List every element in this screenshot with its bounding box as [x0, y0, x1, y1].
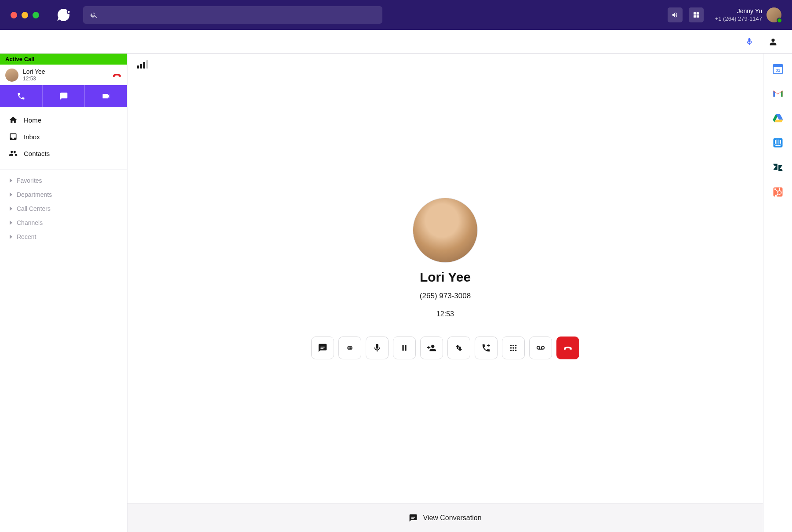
view-conversation-label: View Conversation	[423, 514, 481, 522]
section-call-centers[interactable]: Call Centers	[0, 202, 127, 216]
phone-icon	[17, 92, 25, 101]
pause-icon	[400, 343, 409, 353]
sidebar: Active Call Lori Yee 12:53 Home	[0, 54, 127, 532]
caret-right-icon	[10, 221, 12, 225]
add-participant-button[interactable]	[420, 337, 443, 359]
inbox-icon	[9, 132, 18, 141]
active-call-banner: Active Call	[0, 54, 127, 65]
current-user[interactable]: Jenny Yu +1 (264) 279-1147	[715, 7, 781, 22]
search-bar[interactable]	[83, 6, 382, 24]
call-controls	[311, 337, 579, 359]
gmail-icon	[772, 87, 784, 100]
nav-inbox[interactable]: Inbox	[0, 128, 127, 145]
search-input[interactable]	[102, 11, 375, 19]
svg-point-31	[778, 188, 780, 189]
app-window: Jenny Yu +1 (264) 279-1147 Active Call	[0, 0, 792, 532]
section-favorites[interactable]: Favorites	[0, 174, 127, 188]
section-recent[interactable]: Recent	[0, 230, 127, 244]
svg-point-33	[774, 188, 776, 190]
svg-point-14	[510, 347, 512, 349]
search-icon	[90, 11, 98, 19]
mute-button[interactable]	[366, 337, 389, 359]
record-button[interactable]	[338, 337, 361, 359]
transfer-icon	[454, 343, 464, 353]
profile-button[interactable]	[767, 35, 780, 48]
chat-button[interactable]	[311, 337, 334, 359]
titlebar: Jenny Yu +1 (264) 279-1147	[0, 0, 792, 30]
nav-home-label: Home	[24, 116, 41, 124]
caret-right-icon	[10, 192, 12, 197]
dialpad-button[interactable]	[502, 337, 525, 359]
active-call-card[interactable]: Lori Yee 12:53	[0, 65, 127, 85]
voicemail-button[interactable]	[529, 337, 552, 359]
svg-rect-2	[696, 12, 698, 14]
integration-google-drive[interactable]	[771, 112, 785, 125]
new-message-button[interactable]	[42, 85, 85, 107]
svg-point-11	[510, 344, 512, 346]
integrations-rail: 31	[763, 54, 792, 532]
section-departments[interactable]: Departments	[0, 188, 127, 202]
nav-contacts-label: Contacts	[24, 150, 50, 157]
new-call-button[interactable]	[0, 85, 42, 107]
svg-point-16	[515, 347, 517, 349]
zendesk-icon	[772, 161, 784, 174]
contacts-icon	[9, 149, 18, 158]
chat-icon	[318, 343, 327, 353]
integration-intercom[interactable]	[771, 136, 785, 149]
hold-button[interactable]	[393, 337, 416, 359]
section-channels[interactable]: Channels	[0, 216, 127, 230]
svg-rect-4	[696, 15, 698, 18]
message-icon	[59, 92, 68, 101]
sidebar-action-row	[0, 85, 127, 107]
svg-rect-21	[773, 65, 782, 67]
window-maximize[interactable]	[33, 12, 39, 18]
hangup-icon	[563, 343, 573, 353]
svg-point-13	[515, 344, 517, 346]
svg-point-6	[348, 347, 349, 348]
signal-strength-icon	[137, 60, 148, 69]
view-conversation-bar[interactable]: View Conversation	[127, 503, 763, 532]
active-call-timer: 12:53	[23, 76, 108, 82]
svg-text:31: 31	[775, 68, 780, 72]
integration-hubspot[interactable]	[771, 185, 785, 199]
current-user-name: Jenny Yu	[737, 7, 762, 15]
person-add-icon	[427, 343, 436, 353]
integration-gmail[interactable]	[771, 87, 785, 100]
chat-icon	[409, 514, 418, 522]
apps-button[interactable]	[689, 7, 704, 22]
hubspot-icon	[772, 186, 784, 198]
svg-rect-23	[773, 138, 782, 148]
svg-point-18	[512, 349, 514, 351]
svg-point-15	[512, 347, 514, 349]
header-right: Jenny Yu +1 (264) 279-1147	[668, 7, 781, 22]
park-call-button[interactable]	[475, 337, 498, 359]
svg-point-7	[349, 347, 351, 348]
new-meeting-button[interactable]	[84, 85, 127, 107]
end-call-button[interactable]	[556, 337, 579, 359]
announcements-button[interactable]	[668, 7, 683, 22]
window-close[interactable]	[11, 12, 17, 18]
caller-avatar	[413, 198, 478, 263]
voicemail-icon	[536, 343, 545, 353]
nav-contacts[interactable]: Contacts	[0, 145, 127, 162]
intercom-icon	[772, 137, 784, 149]
transfer-button[interactable]	[447, 337, 470, 359]
presence-indicator	[777, 18, 782, 23]
svg-point-12	[512, 344, 514, 346]
video-icon	[102, 92, 110, 101]
sidebar-hangup-button[interactable]	[112, 70, 122, 80]
phone-forward-icon	[481, 343, 491, 353]
nav-home[interactable]: Home	[0, 112, 127, 128]
window-controls	[11, 12, 39, 18]
google-calendar-icon: 31	[772, 63, 784, 75]
integration-google-calendar[interactable]: 31	[771, 62, 785, 76]
caret-right-icon	[10, 178, 12, 183]
voice-assist-button[interactable]	[743, 35, 756, 48]
home-icon	[9, 116, 18, 124]
call-panel: Lori Yee (265) 973-3008 12:53	[127, 54, 763, 532]
svg-point-0	[67, 11, 70, 14]
secondary-bar	[0, 30, 792, 54]
window-minimize[interactable]	[22, 12, 28, 18]
svg-point-8	[350, 347, 352, 348]
integration-zendesk[interactable]	[771, 161, 785, 174]
